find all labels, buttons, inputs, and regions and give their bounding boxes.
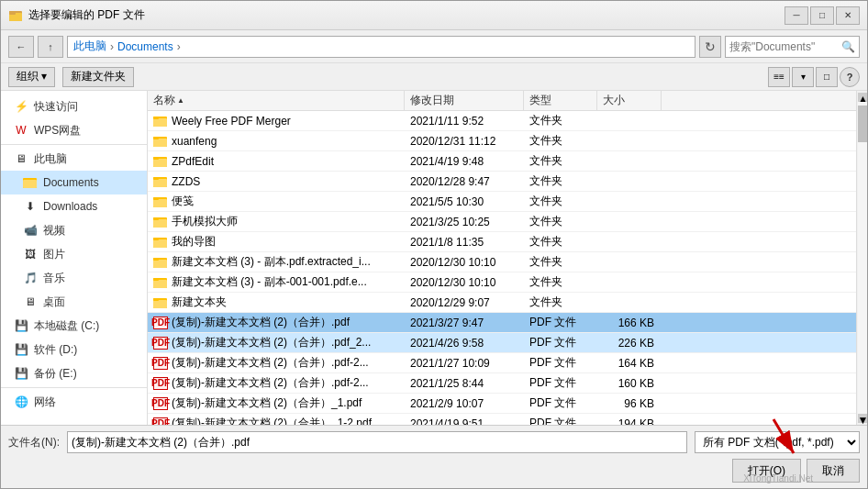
file-date: 2021/3/27 9:47 — [405, 317, 524, 329]
sidebar-item-documents[interactable]: Documents — [1, 171, 147, 194]
table-row[interactable]: xuanfeng 2020/12/31 11:12 文件夹 — [148, 131, 856, 151]
table-row[interactable]: PDF(复制)-新建文本文档 (2)（合并）.pdf 2021/3/27 9:4… — [148, 313, 856, 333]
network-icon: 🌐 — [14, 395, 28, 409]
music-icon: 🎵 — [23, 271, 38, 285]
scroll-thumb[interactable] — [858, 106, 867, 142]
sidebar-item-label: 软件 (D:) — [34, 342, 77, 358]
file-date: 2020/12/30 10:10 — [405, 276, 524, 289]
scroll-down-button[interactable]: ▼ — [858, 414, 867, 423]
file-list-header: 名称 ▲ 修改日期 类型 大小 — [148, 91, 856, 111]
filetype-select[interactable]: 所有 PDF 文档(*.pdf, *.pdf) — [695, 431, 860, 453]
table-row[interactable]: PDF(复制)-新建文本文档 (2)（合并）.pdf-2... 2021/1/2… — [148, 373, 856, 394]
sidebar-item-wps[interactable]: W WPS网盘 — [1, 118, 147, 142]
documents-icon — [23, 175, 38, 190]
cancel-button[interactable]: 取消 — [807, 459, 860, 483]
minimize-button[interactable]: ─ — [785, 6, 808, 25]
svg-rect-9 — [153, 139, 167, 147]
table-row[interactable]: PDF(复制)-新建文本文档 (2)（合并）_1-2.pdf 2021/4/19… — [148, 414, 856, 425]
breadcrumb-sep1: › — [110, 40, 114, 53]
col-header-date[interactable]: 修改日期 — [405, 91, 524, 110]
sidebar-item-quick-access[interactable]: ⚡ 快速访问 — [1, 94, 147, 118]
table-row[interactable]: 新建文本夹 2020/12/29 9:07 文件夹 — [148, 293, 856, 313]
table-row[interactable]: ZZDS 2020/12/28 9:47 文件夹 — [148, 172, 856, 192]
table-row[interactable]: 便笺 2021/5/5 10:30 文件夹 — [148, 192, 856, 212]
sidebar-item-label: Documents — [43, 176, 99, 189]
table-row[interactable]: 新建文本文档 (3) - 副本-001-001.pdf.e... 2020/12… — [148, 272, 856, 293]
maximize-button[interactable]: □ — [810, 6, 834, 25]
file-date: 2020/12/29 9:07 — [405, 296, 524, 309]
breadcrumb-sep2: › — [177, 40, 181, 53]
file-type: PDF 文件 — [524, 315, 597, 330]
sidebar-item-this-pc[interactable]: 🖥 此电脑 — [1, 147, 147, 171]
sidebar-item-downloads[interactable]: ⬇ Downloads — [1, 194, 147, 218]
col-header-type[interactable]: 类型 — [524, 91, 597, 110]
sidebar-separator — [1, 144, 147, 145]
file-date: 2021/4/19 9:48 — [405, 155, 524, 168]
sidebar-item-backup-e[interactable]: 💾 备份 (E:) — [1, 361, 147, 385]
table-row[interactable]: ZPdfEdit 2021/4/19 9:48 文件夹 — [148, 151, 856, 172]
svg-rect-25 — [153, 238, 159, 240]
search-input[interactable] — [729, 40, 840, 53]
sidebar-item-label: 桌面 — [43, 295, 65, 310]
organize-button[interactable]: 组织 ▾ — [8, 67, 55, 87]
folder-icon — [153, 134, 168, 149]
pdf-icon: PDF — [153, 417, 168, 426]
new-folder-button[interactable]: 新建文件夹 — [62, 67, 134, 87]
table-row[interactable]: 手机模拟大师 2021/3/25 10:25 文件夹 — [148, 212, 856, 232]
up-button[interactable]: ↑ — [38, 36, 63, 58]
table-row[interactable]: Weely Free PDF Merger 2021/1/11 9:52 文件夹 — [148, 111, 856, 131]
view-details-button[interactable]: ▾ — [792, 67, 814, 87]
title-bar: 选择要编辑的 PDF 文件 ─ □ ✕ — [1, 1, 867, 30]
filename-input[interactable] — [67, 431, 687, 453]
file-type: 文件夹 — [524, 113, 597, 128]
close-button[interactable]: ✕ — [836, 6, 860, 25]
open-button[interactable]: 打开(O) — [732, 459, 801, 483]
view-list-button[interactable]: ≡≡ — [768, 67, 790, 87]
table-row[interactable]: 我的导图 2021/1/8 11:35 文件夹 — [148, 232, 856, 252]
file-date: 2020/12/30 10:10 — [405, 256, 524, 269]
breadcrumb-documents[interactable]: Documents — [117, 40, 173, 53]
svg-rect-10 — [153, 137, 159, 139]
svg-rect-34 — [153, 298, 159, 301]
scroll-up-button[interactable]: ▲ — [858, 93, 867, 102]
file-name: 新建文本文档 (3) - 副本-001-001.pdf.e... — [172, 274, 367, 290]
table-row[interactable]: PDF(复制)-新建文本文档 (2)（合并）.pdf_2... 2021/4/2… — [148, 333, 856, 353]
sidebar-item-video[interactable]: 📹 视频 — [1, 218, 147, 242]
action-row: 打开(O) 取消 — [8, 459, 860, 483]
svg-rect-12 — [153, 159, 167, 167]
breadcrumb[interactable]: 此电脑 › Documents › — [67, 36, 696, 58]
folder-icon — [153, 235, 168, 250]
breadcrumb-pc[interactable]: 此电脑 — [73, 39, 106, 54]
table-row[interactable]: PDF(复制)-新建文本文档 (2)（合并）.pdf-2... 2021/1/2… — [148, 353, 856, 373]
svg-rect-24 — [153, 239, 167, 248]
refresh-button[interactable]: ↻ — [699, 36, 721, 58]
sidebar-item-network[interactable]: 🌐 网络 — [1, 390, 147, 414]
folder-icon — [153, 215, 168, 229]
main-content: ⚡ 快速访问 W WPS网盘 🖥 此电脑 Documents ⬇ Downloa… — [1, 91, 867, 425]
svg-rect-28 — [153, 258, 159, 261]
col-header-size[interactable]: 大小 — [597, 91, 662, 110]
file-name: ZPdfEdit — [172, 155, 214, 168]
col-header-name[interactable]: 名称 ▲ — [148, 91, 405, 110]
table-row[interactable]: 新建文本文档 (3) - 副本.pdf.extracted_i... 2020/… — [148, 252, 856, 272]
filename-row: 文件名(N): 所有 PDF 文档(*.pdf, *.pdf) — [8, 431, 860, 453]
sidebar-item-local-c[interactable]: 💾 本地磁盘 (C:) — [1, 314, 147, 338]
sidebar-item-desktop[interactable]: 🖥 桌面 — [1, 290, 147, 314]
help-button[interactable]: ? — [840, 67, 860, 87]
table-row[interactable]: PDF(复制)-新建文本文档 (2)（合并）_1.pdf 2021/2/9 10… — [148, 394, 856, 414]
view-icon-button[interactable]: □ — [816, 67, 838, 87]
file-date: 2021/4/19 9:51 — [405, 417, 524, 426]
sidebar-item-music[interactable]: 🎵 音乐 — [1, 266, 147, 290]
file-type: 文件夹 — [524, 274, 597, 290]
scroll-track — [858, 102, 867, 414]
toolbar: ← ↑ 此电脑 › Documents › ↻ 🔍 — [1, 30, 867, 63]
sidebar-item-pictures[interactable]: 🖼 图片 — [1, 242, 147, 266]
folder-icon — [153, 275, 168, 290]
file-list[interactable]: 名称 ▲ 修改日期 类型 大小 Weely Free PDF Merger 20… — [148, 91, 856, 425]
sidebar-item-label: 此电脑 — [34, 151, 67, 167]
scrollbar[interactable]: ▲ ▼ — [856, 91, 867, 425]
sidebar-item-soft-d[interactable]: 💾 软件 (D:) — [1, 338, 147, 361]
pdf-icon: PDF — [153, 336, 168, 350]
search-icon[interactable]: 🔍 — [841, 40, 855, 53]
back-button[interactable]: ← — [8, 36, 34, 58]
